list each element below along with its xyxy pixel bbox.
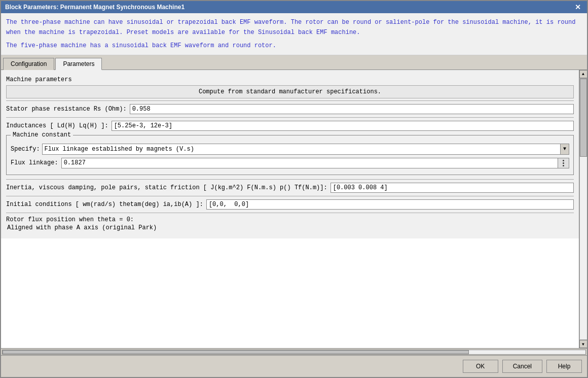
- inertia-input[interactable]: [330, 183, 574, 193]
- flux-row: Flux linkage:: [11, 158, 569, 168]
- separator-3: [6, 179, 574, 180]
- main-body: Machine parameters Compute from standard…: [1, 70, 587, 348]
- dialog-window: Block Parameters: Permanent Magnet Synch…: [0, 0, 588, 378]
- flux-dots-button[interactable]: [558, 158, 569, 168]
- title-bar: Block Parameters: Permanent Magnet Synch…: [1, 1, 587, 13]
- initial-label: Initial conditions [ wm(rad/s) thetam(de…: [6, 201, 203, 208]
- inertia-row: Inertia, viscous damping, pole pairs, st…: [6, 183, 574, 193]
- scroll-up-button[interactable]: ▲: [579, 70, 587, 78]
- inertia-label: Inertia, viscous damping, pole pairs, st…: [6, 184, 327, 191]
- footer-buttons: OK Cancel Help: [1, 355, 587, 377]
- params-area: Machine parameters Compute from standard…: [1, 70, 579, 238]
- tab-parameters[interactable]: Parameters: [55, 58, 102, 70]
- description-area: The three-phase machine can have sinusoi…: [1, 13, 587, 55]
- compute-button[interactable]: Compute from standard manufacturer speci…: [6, 85, 574, 98]
- cancel-button[interactable]: Cancel: [502, 360, 542, 373]
- rotor-value: Aligned with phase A axis (original Park…: [7, 224, 574, 231]
- window-title: Block Parameters: Permanent Magnet Synch…: [5, 4, 185, 11]
- scrollbar-thumb: [3, 350, 469, 354]
- params-content: Machine parameters Compute from standard…: [1, 70, 579, 348]
- specify-select[interactable]: Flux linkage established by magnets (V.s…: [42, 144, 561, 155]
- dot-3: [563, 165, 564, 166]
- machine-constant-title: Machine constant: [11, 131, 73, 139]
- stator-row: Stator phase resistance Rs (Ohm):: [6, 104, 574, 114]
- separator-5: [6, 213, 574, 213]
- specify-row: Specify: Flux linkage established by mag…: [11, 144, 569, 155]
- tabs-bar: Configuration Parameters: [1, 55, 587, 70]
- machine-constant-group: Machine constant Specify: Flux linkage e…: [6, 135, 574, 175]
- dot-2: [563, 162, 564, 164]
- initial-row: Initial conditions [ wm(rad/s) thetam(de…: [6, 199, 574, 210]
- description-paragraph1: The three-phase machine can have sinusoi…: [6, 17, 582, 38]
- separator-4: [6, 196, 574, 196]
- inductances-row: Inductances [ Ld(H) Lq(H) ]:: [6, 121, 574, 131]
- help-button[interactable]: Help: [546, 360, 582, 373]
- close-button[interactable]: ✕: [573, 3, 583, 11]
- tab-configuration[interactable]: Configuration: [3, 58, 54, 70]
- dot-1: [563, 160, 564, 161]
- select-arrow-icon[interactable]: ▼: [560, 144, 569, 155]
- initial-input[interactable]: [206, 199, 574, 210]
- scrollbar-track[interactable]: [2, 350, 586, 355]
- flux-input[interactable]: [62, 158, 558, 167]
- rotor-section: Rotor flux position when theta = 0: Alig…: [6, 216, 574, 231]
- separator-2: [6, 117, 574, 118]
- separator-1: [6, 100, 574, 101]
- machine-params-label: Machine parameters: [6, 76, 574, 83]
- rotor-title: Rotor flux position when theta = 0:: [6, 216, 574, 223]
- stator-label: Stator phase resistance Rs (Ohm):: [6, 106, 127, 113]
- flux-input-wrapper: [61, 158, 569, 168]
- horizontal-scrollbar: [1, 348, 587, 355]
- inductances-input[interactable]: [112, 121, 574, 131]
- specify-label: Specify:: [11, 146, 40, 153]
- scroll-thumb: [580, 79, 587, 157]
- flux-label: Flux linkage:: [11, 159, 58, 166]
- scroll-track[interactable]: [579, 78, 587, 340]
- stator-input[interactable]: [130, 104, 574, 114]
- specify-select-wrapper: Flux linkage established by magnets (V.s…: [42, 144, 569, 155]
- description-paragraph2: The five-phase machine has a sinusoidal …: [6, 41, 582, 51]
- inductances-label: Inductances [ Ld(H) Lq(H) ]:: [6, 122, 108, 129]
- scroll-down-button[interactable]: ▼: [579, 340, 587, 348]
- right-scrollbar: ▲ ▼: [579, 70, 587, 348]
- ok-button[interactable]: OK: [463, 360, 498, 373]
